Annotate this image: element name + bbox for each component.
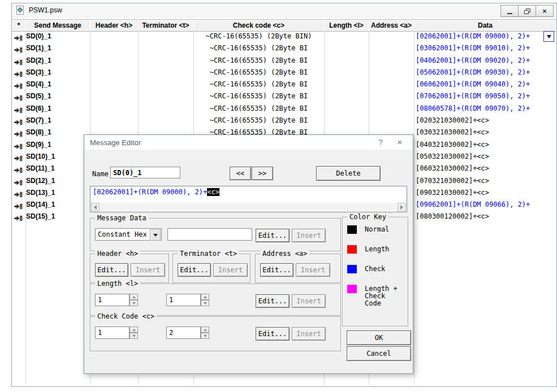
- dialog-help-button[interactable]: ?: [375, 137, 386, 147]
- row-data: [090321030002]+<c>: [416, 189, 555, 197]
- length-insert-button[interactable]: Insert: [292, 294, 326, 308]
- row-data: [050321030002]+<c>: [416, 153, 555, 160]
- row-name: SD(12)_1: [26, 177, 55, 185]
- next-message-button[interactable]: >>: [252, 167, 273, 180]
- window-titlebar[interactable]: PSW1.psw ×: [12, 3, 556, 18]
- check-code-spinner-1[interactable]: [129, 326, 138, 339]
- spinner-up-icon: [204, 327, 207, 331]
- editor-hscrollbar[interactable]: [91, 203, 406, 211]
- column-header-checkcode: Check code <c>: [193, 20, 325, 31]
- send-message-icon: [14, 33, 23, 40]
- spinner-up-icon: [204, 294, 207, 298]
- name-input[interactable]: [110, 167, 180, 178]
- table-row[interactable]: SD(6)_1 ~CRC-16(65535) (2Byte BI [080605…: [12, 103, 556, 115]
- row-name: SD(10)_1: [26, 153, 55, 160]
- message-data-insert-button[interactable]: Insert: [292, 229, 326, 242]
- row-name: SD(7)_1: [26, 116, 51, 124]
- chevron-right-icon: [400, 205, 405, 210]
- address-insert-button[interactable]: Insert: [296, 263, 330, 277]
- header-insert-button[interactable]: Insert: [131, 263, 165, 277]
- table-row[interactable]: SD(4)_1 ~CRC-16(65535) (2Byte BI [060620…: [12, 79, 556, 90]
- check-code-edit-button[interactable]: Edit...: [256, 327, 290, 341]
- row-check-code: ~CRC-16(65535) (2Byte BI: [193, 104, 324, 112]
- row-name: SD(9)_1: [26, 141, 51, 149]
- length-input-2[interactable]: 1: [166, 294, 201, 306]
- spinner-down-icon: [204, 302, 207, 306]
- chevron-left-icon: [92, 205, 97, 210]
- row-data: [080300120002]+<c>: [416, 212, 555, 220]
- restore-button[interactable]: [518, 5, 536, 17]
- dialog-close-button[interactable]: ×: [395, 137, 405, 147]
- table-row[interactable]: SD(3)_1 ~CRC-16(65535) (2Byte BI [050620…: [12, 67, 556, 79]
- minimize-button[interactable]: [500, 5, 519, 17]
- row-data: [02062001]+(R(DM 09000), 2)+: [416, 32, 555, 40]
- table-row[interactable]: SD(7)_1 ~CRC-16(65535) (2Byte BI [020321…: [12, 115, 556, 127]
- length-spinner-2[interactable]: [201, 294, 209, 306]
- message-editor-dialog: Message Editor ? × Name << >> Delete [02…: [84, 134, 413, 374]
- delete-button[interactable]: Delete: [316, 166, 381, 181]
- row-name: SD(6)_1: [26, 104, 51, 112]
- terminator-edit-button[interactable]: Edit...: [178, 263, 211, 277]
- length-input-1[interactable]: 1: [95, 294, 129, 306]
- column-header-data: Data: [414, 20, 556, 31]
- row-name: SD(1)_1: [26, 44, 51, 52]
- check-code-spinner-2[interactable]: [201, 326, 209, 339]
- check-code-insert-button[interactable]: Insert: [292, 327, 326, 341]
- minimize-icon: [507, 13, 512, 14]
- close-button[interactable]: ×: [536, 5, 554, 17]
- color-key-label: Length: [365, 246, 389, 253]
- table-header: * Send Message Header <h> Terminator <t>…: [12, 19, 556, 32]
- send-message-icon: [14, 45, 23, 51]
- row-check-code: ~CRC-16(65535) (2Byte BI: [193, 44, 324, 52]
- check-code-input-1[interactable]: 1: [95, 326, 129, 339]
- message-data-input[interactable]: [167, 228, 252, 241]
- color-key-item: Normal: [347, 225, 404, 245]
- row-data: [030321030002]+<c>: [416, 128, 555, 136]
- prev-message-button[interactable]: <<: [230, 167, 251, 180]
- window-title: PSW1.psw: [29, 6, 62, 14]
- table-row[interactable]: SD(0)_1 ~CRC-16(65535) (2Byte BIN) [0206…: [12, 31, 556, 42]
- row-name: SD(13)_1: [26, 189, 55, 197]
- header-group-label: Header <h>: [95, 250, 140, 258]
- send-message-icon: [14, 154, 23, 160]
- scroll-left-button[interactable]: [91, 203, 100, 211]
- column-header-star: *: [12, 20, 26, 31]
- color-key-group-label: Color Key: [347, 213, 388, 221]
- color-swatch: [347, 225, 357, 234]
- ok-button[interactable]: OK: [347, 330, 411, 345]
- data-type-select[interactable]: Constant Hex: [95, 228, 162, 241]
- scroll-right-button[interactable]: [398, 203, 406, 211]
- table-row[interactable]: SD(1)_1 ~CRC-16(65535) (2Byte BI [030620…: [12, 42, 556, 54]
- check-code-input-2[interactable]: 2: [166, 326, 201, 339]
- combo-dropdown-button[interactable]: [150, 229, 161, 241]
- spinner-down-icon: [132, 335, 136, 339]
- terminator-insert-button[interactable]: Insert: [213, 263, 248, 277]
- length-edit-button[interactable]: Edit...: [256, 294, 290, 308]
- column-header-address: Address <a>: [369, 20, 414, 31]
- chevron-down-icon: [153, 234, 158, 239]
- color-swatch: [347, 265, 357, 273]
- address-edit-button[interactable]: Edit...: [260, 263, 293, 277]
- cell-dropdown-button[interactable]: [543, 31, 554, 42]
- row-data: [020321030002]+<c>: [416, 116, 555, 124]
- spinner-down-icon: [132, 302, 136, 306]
- cancel-button[interactable]: Cancel: [347, 346, 411, 361]
- row-name: SD(0)_1: [26, 32, 51, 40]
- dialog-titlebar[interactable]: Message Editor ? ×: [84, 135, 413, 150]
- send-message-icon: [14, 142, 23, 148]
- message-editor-textarea[interactable]: [02062001]+(R(DM 09000), 2)+<c>: [90, 186, 407, 212]
- message-data-edit-button[interactable]: Edit...: [256, 229, 290, 242]
- row-name: SD(5)_1: [26, 92, 51, 100]
- color-swatch: [347, 285, 357, 293]
- table-row[interactable]: SD(2)_1 ~CRC-16(65535) (2Byte BI [040620…: [12, 55, 556, 67]
- send-message-icon: [14, 129, 23, 136]
- table-row[interactable]: SD(5)_1 ~CRC-16(65535) (2Byte BI [070620…: [12, 90, 556, 102]
- check-code-group-label: Check Code <c>: [95, 312, 157, 320]
- row-data: [06062001]+(R(DM 09040), 2)+: [416, 80, 555, 88]
- name-label: Name: [92, 170, 109, 178]
- column-header-terminator: Terminator <t>: [138, 20, 194, 31]
- row-check-code: ~CRC-16(65535) (2Byte BI: [193, 80, 324, 88]
- header-edit-button[interactable]: Edit...: [95, 263, 128, 277]
- chevron-down-icon: [547, 35, 551, 41]
- length-spinner-1[interactable]: [129, 294, 138, 306]
